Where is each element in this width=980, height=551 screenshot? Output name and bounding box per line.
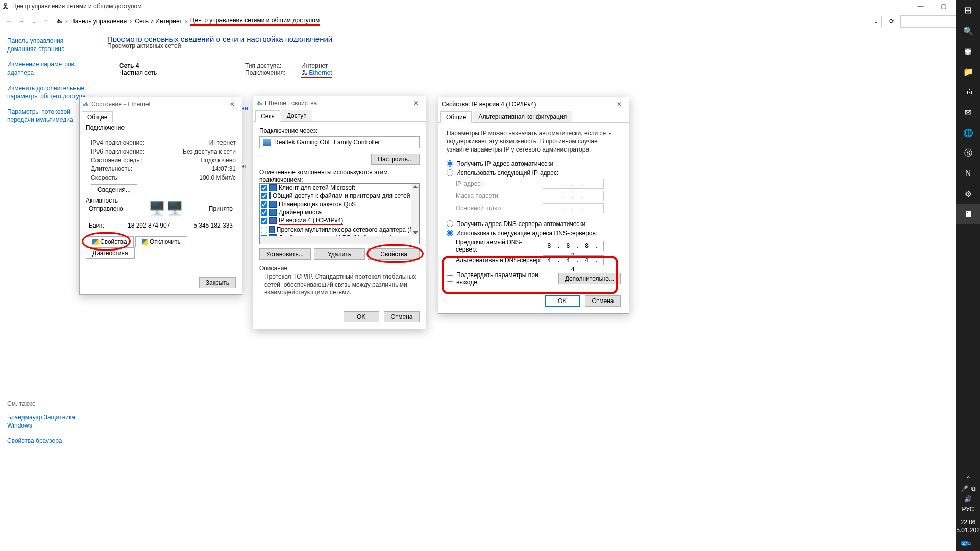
component-row[interactable]: Клиент для сетей Microsoft bbox=[260, 184, 419, 192]
window-title: Центр управления сетями и общим доступом bbox=[12, 3, 909, 10]
gateway-input: . . . bbox=[543, 203, 604, 213]
refresh-button[interactable]: ⟳ bbox=[885, 18, 898, 25]
diagnostics-button[interactable]: Диагностика bbox=[86, 247, 135, 259]
sidebar-adapter-settings-link[interactable]: Изменение параметров адаптера bbox=[7, 60, 95, 77]
address-dropdown-icon[interactable]: ⌄ bbox=[873, 18, 878, 25]
recent-chevron-icon[interactable]: ⌄ bbox=[28, 15, 40, 28]
chevron-right-icon: › bbox=[65, 18, 67, 25]
cast-icon[interactable]: ⧉ bbox=[971, 485, 976, 492]
tray-overflow-icon[interactable]: ⌃ bbox=[966, 475, 971, 482]
sidebar-firewall-link[interactable]: Брандмауэр Защитника Windows bbox=[7, 413, 95, 430]
cancel-button[interactable]: Отмена bbox=[384, 311, 420, 322]
back-button[interactable]: ← bbox=[3, 15, 15, 28]
control-panel-taskbar-icon[interactable]: 🖥 bbox=[956, 204, 980, 224]
up-button[interactable]: ↑ bbox=[40, 15, 52, 28]
component-icon bbox=[270, 226, 275, 233]
ipv4-conn-value: Интернет bbox=[157, 139, 236, 146]
description-text: Протокол TCP/IP. Стандартный протокол гл… bbox=[259, 273, 420, 297]
maximize-button[interactable]: ▢ bbox=[932, 0, 955, 12]
component-checkbox[interactable] bbox=[261, 218, 267, 224]
close-icon[interactable]: ✕ bbox=[409, 99, 423, 107]
input-language[interactable]: РУС bbox=[962, 506, 974, 513]
mail-icon[interactable]: ✉ bbox=[956, 102, 980, 122]
disable-button[interactable]: Отключить bbox=[135, 236, 187, 247]
crumb-control-panel[interactable]: Панель управления bbox=[70, 18, 127, 25]
advanced-button[interactable]: Дополнительно... bbox=[558, 273, 621, 284]
taskview-icon[interactable]: ▦ bbox=[956, 41, 980, 61]
confirm-on-exit-checkbox[interactable] bbox=[447, 275, 453, 282]
tab-access[interactable]: Доступ bbox=[281, 110, 312, 121]
adapter-name: Realtek Gaming GbE Family Controller bbox=[274, 139, 380, 146]
preferred-dns-label: Предпочитаемый DNS-сервер: bbox=[456, 239, 543, 253]
radio-manual-dns[interactable] bbox=[447, 230, 453, 236]
horizontal-scrollbar[interactable] bbox=[260, 236, 411, 244]
network-type: Частная сеть bbox=[119, 69, 157, 77]
edge-icon[interactable]: 🌐 bbox=[956, 122, 980, 143]
alternate-dns-label: Альтернативный DNS-сервер: bbox=[456, 257, 543, 264]
ethernet-icon: 🖧 bbox=[256, 99, 262, 107]
forward-button[interactable]: → bbox=[15, 15, 28, 28]
component-row[interactable]: Планировщик пакетов QoS bbox=[260, 200, 419, 208]
alternate-dns-input[interactable]: 4 . 4 . 4 . 4 bbox=[543, 255, 604, 265]
ok-button[interactable]: OK bbox=[344, 311, 379, 322]
component-checkbox[interactable] bbox=[261, 227, 267, 233]
ethernet-link[interactable]: Ethernet bbox=[309, 69, 332, 77]
ok-button[interactable]: OK bbox=[545, 295, 580, 307]
sidebar-browser-props-link[interactable]: Свойства браузера bbox=[7, 437, 95, 445]
components-list[interactable]: Клиент для сетей MicrosoftОбщий доступ к… bbox=[259, 183, 420, 244]
radio-auto-ip[interactable] bbox=[447, 160, 453, 167]
taskbar: 🔍 ▦ 📁 🛍 ✉ 🌐 Ⓢ N ⚙ 🖥 ⌃ 🎤 ⧉ 🔊 РУС 22:06 15… bbox=[956, 0, 980, 551]
minimize-button[interactable]: — bbox=[909, 0, 932, 12]
skype-icon[interactable]: Ⓢ bbox=[956, 143, 980, 163]
action-center-icon[interactable]: ▭ bbox=[965, 540, 971, 547]
close-icon[interactable]: ✕ bbox=[226, 101, 239, 108]
radio-auto-dns[interactable] bbox=[447, 220, 453, 227]
clock[interactable]: 22:06 15.01.2023 bbox=[952, 519, 980, 534]
component-row[interactable]: IP версии 4 (TCP/IPv4) bbox=[260, 216, 419, 226]
adapter-field[interactable]: Realtek Gaming GbE Family Controller bbox=[259, 136, 420, 148]
properties-button[interactable]: Свойства bbox=[86, 236, 134, 247]
install-button[interactable]: Установить... bbox=[259, 248, 311, 260]
component-checkbox[interactable] bbox=[261, 185, 267, 191]
breadcrumb[interactable]: 🖧 › Панель управления › Сеть и Интернет … bbox=[56, 17, 873, 26]
gateway-label: Основной шлюз: bbox=[456, 205, 543, 212]
configure-button[interactable]: Настроить... bbox=[371, 154, 420, 165]
dialog-ipv4-properties: Свойства: IP версии 4 (TCP/IPv4) ✕ Общие… bbox=[438, 97, 629, 314]
received-label: Принято bbox=[209, 205, 233, 212]
component-row[interactable]: Протокол мультиплексора сетевого адаптер… bbox=[260, 226, 419, 234]
details-button[interactable]: Сведения... bbox=[91, 184, 137, 195]
connection-group-label: Подключение bbox=[86, 124, 127, 131]
remove-button[interactable]: Удалить bbox=[314, 248, 365, 260]
vertical-scrollbar[interactable] bbox=[411, 184, 419, 236]
search-taskbar-icon[interactable]: 🔍 bbox=[956, 20, 980, 41]
explorer-icon[interactable]: 📁 bbox=[956, 61, 980, 82]
start-button[interactable] bbox=[956, 0, 980, 20]
component-checkbox[interactable] bbox=[261, 201, 267, 208]
store-icon[interactable]: 🛍 bbox=[956, 82, 980, 102]
sidebar-home-link[interactable]: Панель управления — домашняя страница bbox=[7, 37, 95, 53]
cancel-button[interactable]: Отмена bbox=[585, 295, 621, 307]
preferred-dns-input[interactable]: 8 . 8 . 8 . 8 bbox=[543, 241, 604, 251]
microphone-icon[interactable]: 🎤 bbox=[961, 485, 968, 492]
close-button[interactable]: Закрыть bbox=[199, 277, 236, 288]
crumb-network-internet[interactable]: Сеть и Интернет bbox=[135, 18, 182, 25]
tab-network[interactable]: Сеть bbox=[255, 110, 280, 122]
tab-general[interactable]: Общие bbox=[82, 111, 113, 122]
bytes-received: 5 345 182 333 bbox=[193, 222, 233, 229]
speed-value: 100.0 Мбит/с bbox=[157, 174, 236, 181]
component-label: Общий доступ к файлам и принтерам для се… bbox=[273, 192, 418, 199]
tab-general[interactable]: Общие bbox=[440, 111, 472, 123]
tab-alternate-config[interactable]: Альтернативная конфигурация bbox=[473, 111, 572, 122]
component-properties-button[interactable]: Свойства bbox=[368, 248, 420, 260]
settings-icon[interactable]: ⚙ bbox=[956, 184, 980, 204]
radio-manual-ip[interactable] bbox=[447, 169, 453, 176]
component-checkbox[interactable] bbox=[261, 193, 267, 199]
close-icon[interactable]: ✕ bbox=[612, 101, 626, 108]
component-row[interactable]: Общий доступ к файлам и принтерам для се… bbox=[260, 192, 419, 200]
onenote-icon[interactable]: N bbox=[956, 163, 980, 184]
volume-icon[interactable]: 🔊 bbox=[964, 495, 972, 503]
component-row[interactable]: Драйвер моста bbox=[260, 208, 419, 216]
crumb-network-center[interactable]: Центр управления сетями и общим доступом bbox=[190, 17, 320, 26]
adapter-icon bbox=[263, 139, 271, 146]
component-checkbox[interactable] bbox=[261, 209, 267, 216]
